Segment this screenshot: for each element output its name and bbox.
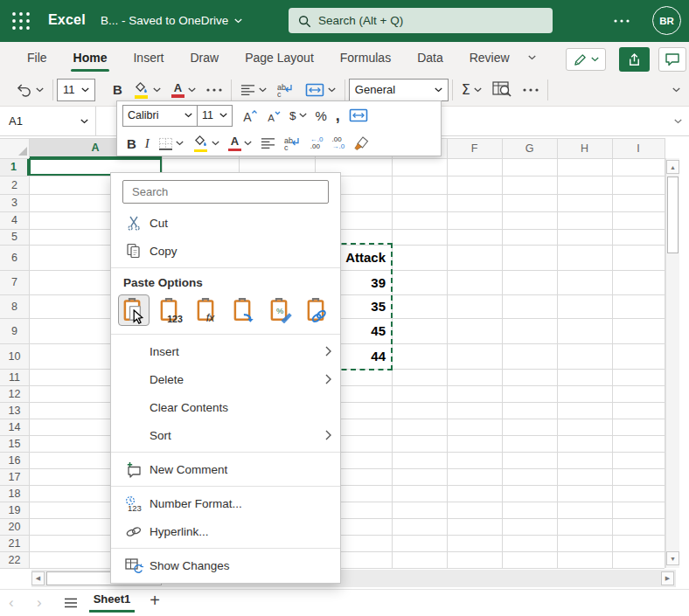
row-header-6[interactable]: 6: [0, 245, 29, 270]
paste-transpose-button[interactable]: [228, 294, 260, 326]
row-header-16[interactable]: 16: [0, 452, 29, 468]
column-header-G[interactable]: G: [502, 138, 557, 158]
menu-item-number-format[interactable]: 123Number Format...: [111, 489, 340, 517]
menu-item-hyperlink[interactable]: Hyperlink...: [111, 517, 340, 545]
row-header-3[interactable]: 3: [0, 194, 29, 211]
tab-file[interactable]: File: [14, 42, 60, 73]
menu-item-clear-contents[interactable]: Clear Contents: [111, 393, 340, 421]
document-title[interactable]: B... - Saved to OneDrive: [101, 14, 242, 27]
scroll-right-button[interactable]: ▶: [661, 571, 674, 585]
autosum-button[interactable]: Σ: [456, 77, 487, 103]
row-header-21[interactable]: 21: [0, 535, 29, 551]
font-size-select[interactable]: 11: [198, 105, 233, 127]
row-header-20[interactable]: 20: [0, 518, 29, 535]
align-button[interactable]: [256, 131, 280, 156]
editing-mode-button[interactable]: [566, 48, 606, 71]
app-name[interactable]: Excel: [48, 12, 86, 28]
wrap-text-button[interactable]: abc: [280, 131, 306, 156]
row-header-2[interactable]: 2: [0, 176, 29, 194]
collapse-ribbon-chevron-icon[interactable]: [672, 87, 680, 93]
app-launcher-icon[interactable]: [11, 11, 31, 31]
tab-data[interactable]: Data: [404, 42, 456, 73]
format-painter-button[interactable]: [349, 131, 373, 156]
paste-values-button[interactable]: 123: [155, 294, 186, 326]
context-menu-search[interactable]: [122, 180, 329, 204]
increase-decimal-button[interactable]: .00→.0: [328, 131, 350, 156]
row-header-12[interactable]: 12: [0, 385, 29, 402]
search-input[interactable]: Search (Alt + Q): [289, 8, 553, 33]
tab-draw[interactable]: Draw: [177, 42, 232, 73]
font-color-button[interactable]: A: [166, 77, 201, 103]
comma-format-button[interactable]: ,: [331, 103, 344, 128]
percent-format-button[interactable]: %: [311, 103, 331, 128]
scroll-left-button[interactable]: ◀: [31, 571, 45, 585]
bold-button[interactable]: B: [122, 131, 141, 156]
row-header-8[interactable]: 8: [0, 294, 29, 318]
context-menu-search-input[interactable]: [130, 184, 321, 199]
row-header-4[interactable]: 4: [0, 211, 29, 229]
menu-item-cut[interactable]: Cut: [111, 209, 340, 237]
row-header-13[interactable]: 13: [0, 402, 29, 419]
scroll-down-button[interactable]: ▼: [666, 551, 679, 565]
row-header-5[interactable]: 5: [0, 229, 29, 245]
menu-item-delete[interactable]: Delete: [111, 365, 340, 393]
ribbon-overflow-chevron-icon[interactable]: [528, 55, 536, 60]
font-color-button[interactable]: A: [224, 131, 256, 156]
select-all-corner[interactable]: [0, 138, 29, 158]
merge-center-button[interactable]: [300, 77, 341, 103]
align-button[interactable]: [235, 77, 272, 103]
row-header-14[interactable]: 14: [0, 419, 29, 435]
prev-sheet-button[interactable]: ‹: [9, 594, 14, 612]
tab-page-layout[interactable]: Page Layout: [232, 42, 327, 73]
comments-button[interactable]: [658, 47, 686, 72]
grow-font-button[interactable]: A: [238, 103, 262, 128]
undo-button[interactable]: [10, 77, 49, 103]
sheet-tab-active[interactable]: Sheet1: [86, 592, 138, 606]
avatar[interactable]: BR: [652, 6, 681, 35]
next-sheet-button[interactable]: ›: [37, 594, 42, 612]
font-name-select[interactable]: Calibri: [122, 105, 198, 127]
menu-item-new-comment[interactable]: New Comment: [111, 455, 340, 483]
menu-item-insert[interactable]: Insert: [111, 337, 340, 365]
decrease-decimal-button[interactable]: ←.0.00: [306, 131, 328, 156]
tab-insert[interactable]: Insert: [120, 42, 177, 73]
more-commands-button[interactable]: [518, 77, 544, 103]
number-format-select[interactable]: General: [349, 79, 449, 101]
paste-button[interactable]: [118, 294, 150, 326]
row-header-9[interactable]: 9: [0, 318, 29, 343]
row-header-22[interactable]: 22: [0, 551, 29, 568]
add-sheet-button[interactable]: +: [145, 591, 164, 611]
fill-color-button[interactable]: [188, 131, 224, 156]
row-header-17[interactable]: 17: [0, 468, 29, 485]
menu-item-show-changes[interactable]: Show Changes: [111, 551, 340, 579]
row-header-10[interactable]: 10: [0, 343, 29, 369]
borders-button[interactable]: [154, 131, 188, 156]
currency-format-button[interactable]: $: [285, 103, 311, 128]
share-button[interactable]: [619, 47, 650, 72]
fill-color-button[interactable]: [128, 77, 166, 103]
merge-center-button[interactable]: [344, 103, 372, 128]
column-header-F[interactable]: F: [447, 138, 502, 158]
row-header-7[interactable]: 7: [0, 270, 29, 294]
paste-formatting-button[interactable]: %: [265, 294, 296, 326]
tab-home[interactable]: Home: [60, 42, 121, 73]
tab-formulas[interactable]: Formulas: [327, 42, 404, 73]
tab-review[interactable]: Review: [456, 42, 523, 73]
vertical-scroll-thumb[interactable]: [667, 176, 679, 253]
row-header-19[interactable]: 19: [0, 502, 29, 518]
name-box[interactable]: A1: [0, 107, 96, 135]
scroll-up-button[interactable]: ▲: [666, 160, 679, 174]
column-header-H[interactable]: H: [557, 138, 612, 158]
column-header-I[interactable]: I: [612, 138, 665, 158]
more-font-options-button[interactable]: [201, 77, 227, 103]
find-button[interactable]: [487, 77, 518, 103]
wrap-text-button[interactable]: abc: [272, 77, 300, 103]
more-options-button[interactable]: [614, 19, 630, 23]
italic-button[interactable]: I: [141, 131, 154, 156]
shrink-font-button[interactable]: A: [262, 103, 285, 128]
menu-item-copy[interactable]: Copy: [111, 237, 340, 265]
font-size-select[interactable]: 11: [57, 79, 95, 101]
paste-formulas-button[interactable]: fx: [191, 294, 223, 326]
paste-link-button[interactable]: [302, 294, 333, 326]
row-header-18[interactable]: 18: [0, 485, 29, 502]
